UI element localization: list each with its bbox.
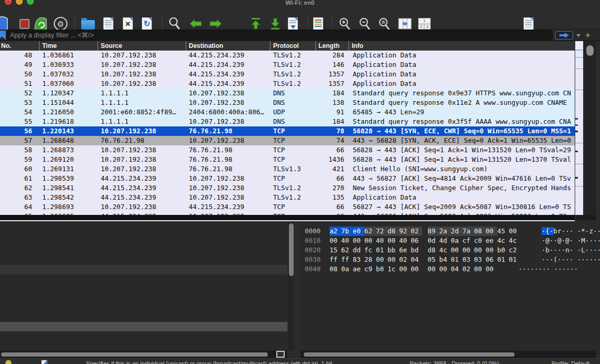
packet-row[interactable]: 56 1.220143 10.207.192.238 76.76.21.98 T… — [0, 126, 575, 136]
hex-byte[interactable]: 40 — [376, 236, 388, 245]
hex-byte[interactable]: 00 — [474, 245, 486, 255]
hex-byte[interactable]: 01 — [509, 255, 520, 264]
pane-splitter[interactable] — [294, 221, 301, 358]
packet-row[interactable]: 57 1.268648 76.76.21.98 10.207.192.238 T… — [0, 136, 575, 145]
hex-byte[interactable]: 89 — [428, 227, 439, 236]
packet-row[interactable]: 53 1.151044 1.1.1.1 10.207.192.238 DNS 1… — [0, 98, 575, 107]
hex-byte[interactable]: 00 — [474, 264, 486, 274]
packet-row[interactable]: 58 1.268873 10.207.192.238 76.76.21.98 T… — [0, 145, 575, 155]
hex-row[interactable]: 0030ffff83280000020405b4010303060101···(… — [305, 255, 600, 264]
hex-byte[interactable]: 72 — [376, 227, 388, 236]
hex-byte[interactable]: 6e — [399, 245, 411, 255]
capture-comment-icon[interactable] — [41, 360, 47, 364]
packet-row[interactable]: 60 1.269131 10.207.192.238 76.76.21.98 T… — [0, 164, 575, 174]
hex-byte[interactable]: 00 — [486, 245, 497, 255]
hex-byte[interactable]: a2 — [330, 227, 341, 236]
display-filter-input[interactable] — [6, 30, 553, 40]
column-header-info[interactable]: Info — [349, 41, 575, 51]
hex-byte[interactable]: 00 — [353, 236, 364, 245]
hex-byte[interactable]: 4c — [497, 236, 509, 245]
hex-byte[interactable]: fc — [364, 245, 376, 255]
hex-byte[interactable]: 05 — [428, 255, 439, 264]
hex-row[interactable]: 0040080aaec9b01c0000000004020000········… — [305, 264, 600, 274]
hex-byte[interactable]: 00 — [486, 264, 497, 274]
detail-line[interactable]: Type: IPv4 (0x0800) — [0, 303, 287, 312]
detail-line[interactable]: Frame 56: Packet, 78 bytes on wire (624 … — [0, 227, 287, 237]
hex-row[interactable]: 00201562ddfc01bb6ebdd84c00000000b0c2·b··… — [305, 245, 600, 255]
hex-byte[interactable]: 00 — [428, 264, 439, 274]
detail-line[interactable]: .... ..1. .... .... .... .... = LG bit: … — [0, 284, 287, 293]
hex-byte[interactable]: 00 — [451, 245, 462, 255]
hex-byte[interactable]: 00 — [486, 227, 497, 236]
packet-row[interactable]: 52 1.120347 1.1.1.1 10.207.192.238 DNS 1… — [0, 88, 575, 98]
detail-line[interactable]: [Stream index: 0] — [0, 312, 287, 322]
packet-row[interactable]: 63 1.298542 44.215.234.239 10.207.192.23… — [0, 193, 575, 202]
hex-byte[interactable]: 92 — [399, 227, 411, 236]
packet-list-hscrollbar[interactable] — [0, 215, 575, 220]
packet-row[interactable]: 61 1.298539 44.215.234.239 10.207.192.23… — [0, 174, 575, 183]
hex-byte[interactable]: 15 — [330, 245, 341, 255]
hex-byte[interactable]: 08 — [330, 264, 341, 274]
column-header-protocol[interactable]: Protocol — [270, 41, 315, 51]
scrollbar-thumb[interactable] — [289, 223, 294, 276]
hex-byte[interactable]: 04 — [451, 264, 462, 274]
minimize-window-button[interactable]: − — [16, 0, 23, 5]
hex-byte[interactable]: 01 — [497, 255, 509, 264]
hex-byte[interactable]: c0 — [474, 236, 486, 245]
hex-byte[interactable]: b4 — [439, 255, 451, 264]
packet-row[interactable]: 49 1.036933 10.207.192.238 44.215.234.23… — [0, 60, 575, 70]
hex-byte[interactable]: 4d — [439, 236, 451, 245]
detail-line[interactable]: 0100 .... = Version: 4 — [0, 331, 287, 341]
hex-byte[interactable]: 03 — [462, 255, 474, 264]
resize-grip[interactable] — [276, 351, 285, 358]
hex-byte[interactable]: c2 — [509, 245, 520, 255]
filter-dropdown-caret[interactable] — [575, 31, 582, 40]
packet-row[interactable]: 51 1.037060 10.207.192.238 44.215.234.23… — [0, 79, 575, 88]
packet-list-scrollbar[interactable] — [584, 41, 596, 215]
hex-byte[interactable]: 00 — [439, 264, 451, 274]
hex-byte[interactable]: 02 — [399, 255, 411, 264]
column-header-destination[interactable]: Destination — [186, 41, 270, 51]
hex-byte[interactable]: 0a — [451, 236, 462, 245]
apply-filter-button[interactable] — [555, 31, 573, 40]
hex-byte[interactable]: cf — [462, 236, 474, 245]
hex-byte[interactable]: 4c — [439, 245, 451, 255]
hex-byte[interactable]: 00 — [462, 245, 474, 255]
bookmark-icon[interactable] — [0, 31, 6, 40]
hex-byte[interactable]: b0 — [497, 245, 509, 255]
expert-info-icon[interactable] — [5, 360, 12, 364]
packet-row[interactable]: 54 1.216050 2001:e60:8852:4f89… 2404:680… — [0, 107, 575, 117]
hex-byte[interactable]: 08 — [474, 227, 486, 236]
hex-byte[interactable]: d8 — [388, 227, 399, 236]
hex-row[interactable]: 0000a27be06272d89202892a2d7a08004500·{·b… — [305, 227, 600, 236]
packet-row[interactable]: 59 1.269120 10.207.192.238 76.76.21.98 T… — [0, 155, 575, 164]
hex-byte[interactable]: bb — [388, 245, 399, 255]
hex-byte[interactable]: 83 — [353, 255, 364, 264]
hex-byte[interactable]: c9 — [364, 264, 376, 274]
hex-byte[interactable]: ee — [486, 236, 497, 245]
packet-row[interactable]: 62 1.298541 44.215.234.239 10.207.192.23… — [0, 183, 575, 193]
hex-byte[interactable]: ff — [341, 255, 353, 264]
hex-byte[interactable]: 00 — [376, 255, 388, 264]
detail-line[interactable]: .... ...0 .... .... .... .... = IG bit: … — [0, 265, 287, 274]
hex-byte[interactable]: ae — [353, 264, 364, 274]
hex-byte[interactable]: 02 — [411, 227, 422, 236]
hex-byte[interactable]: 00 — [388, 255, 399, 264]
detail-line[interactable]: Ethernet II, Src: 92:02:89:2a:2d:7a (92:… — [0, 237, 287, 246]
packet-row[interactable]: 55 1.219618 1.1.1.1 10.207.192.238 DNS 1… — [0, 117, 575, 126]
hex-byte[interactable]: 40 — [399, 236, 411, 245]
hex-byte[interactable]: 00 — [399, 264, 411, 274]
scrollbar-thumb[interactable] — [1, 352, 268, 357]
details-scrollbar[interactable] — [288, 221, 294, 351]
hex-byte[interactable]: 00 — [411, 264, 422, 274]
hex-hscrollbar[interactable] — [301, 351, 596, 358]
hex-byte[interactable]: 7a — [462, 227, 474, 236]
hex-byte[interactable]: 7b — [341, 227, 353, 236]
column-header-source[interactable]: Source — [98, 41, 186, 51]
hex-byte[interactable]: 00 — [388, 236, 399, 245]
hex-byte[interactable]: 45 — [497, 227, 509, 236]
column-header-length[interactable]: Length — [315, 41, 349, 51]
details-hscrollbar[interactable] — [0, 351, 287, 358]
hex-byte[interactable]: 03 — [474, 255, 486, 264]
hex-byte[interactable]: d8 — [428, 245, 439, 255]
